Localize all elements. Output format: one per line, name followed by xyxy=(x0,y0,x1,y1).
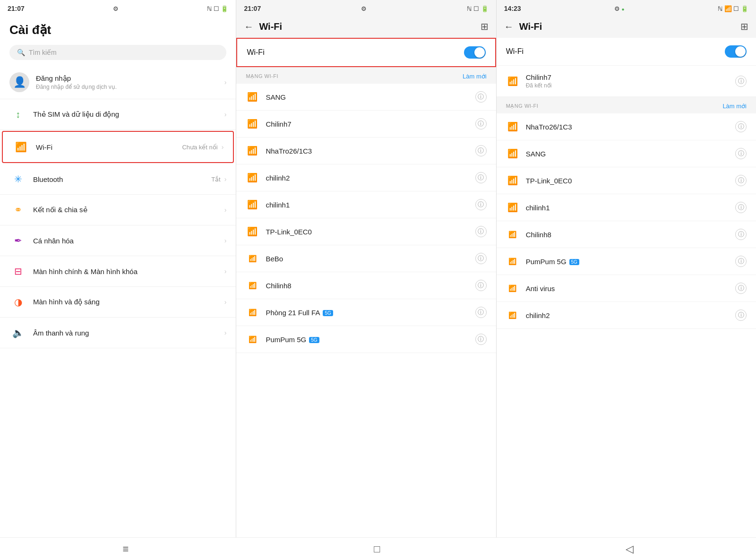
wifi-network-name: Chilinh8 xyxy=(266,282,475,290)
personal-label: Cá nhân hóa xyxy=(33,237,224,245)
nav-back-icon[interactable]: ◁ xyxy=(626,543,634,555)
info-button[interactable]: ⓘ xyxy=(735,256,747,267)
wifi-list-3: 📶 NhaTro26/1C3 ⓘ 📶 SANG ⓘ 📶 TP-Link_0EC0… xyxy=(497,113,756,560)
wifi-signal-icon: 📶 xyxy=(506,174,519,187)
info-button[interactable]: ⓘ xyxy=(475,307,487,318)
menu-item-sound[interactable]: 🔈 Âm thanh và rung › xyxy=(0,318,236,348)
status-bar-1: 21:07 ⚙ ℕ ☐ 🔋 xyxy=(0,0,236,15)
info-button[interactable]: ⓘ xyxy=(735,121,747,132)
wifi-item[interactable]: 📶 PumPum 5G5G ⓘ xyxy=(236,326,496,353)
bt-text: Bluetooth xyxy=(33,175,211,183)
menu-item-wifi[interactable]: 📶 Wi-Fi Chưa kết nối › xyxy=(2,131,234,163)
chevron-icon: › xyxy=(224,267,227,275)
wifi-item[interactable]: 📶 BeBo ⓘ xyxy=(236,245,496,272)
page-header-2: ← Wi-Fi ⊞ xyxy=(236,15,496,38)
time-1: 21:07 xyxy=(8,5,25,12)
info-button[interactable]: ⓘ xyxy=(475,226,487,237)
display-label: Màn hình và độ sáng xyxy=(33,298,224,306)
scan-icon-3[interactable]: ⊞ xyxy=(740,21,748,32)
sound-text: Âm thanh và rung xyxy=(33,329,224,337)
wifi-status: Chưa kết nối xyxy=(182,144,217,151)
wifi-item[interactable]: 📶 TP-Link_0EC0 ⓘ xyxy=(236,218,496,245)
wifi-toggle-label-2: Wi-Fi xyxy=(247,48,464,57)
login-item[interactable]: 👤 Đăng nhập Đăng nhập để sử dụng dịch vụ… xyxy=(0,66,236,99)
info-button[interactable]: ⓘ xyxy=(475,253,487,264)
section-title-2: MẠNG WI-FI xyxy=(246,73,278,79)
wifi-signal-icon: 📶 xyxy=(506,282,519,295)
menu-item-personal[interactable]: ✒ Cá nhân hóa › xyxy=(0,225,236,256)
menu-item-display[interactable]: ◑ Màn hình và độ sáng › xyxy=(0,287,236,318)
wifi-item[interactable]: 📶 SANG ⓘ xyxy=(497,140,756,167)
info-button[interactable]: ⓘ xyxy=(475,118,487,129)
menu-item-bt[interactable]: ✳ Bluetooth Tắt › xyxy=(0,164,236,195)
bluetooth-icon: ✳ xyxy=(9,171,26,188)
back-button-3[interactable]: ← xyxy=(504,21,514,32)
wifi-item[interactable]: 📶 Chilinh7 ⓘ xyxy=(236,111,496,138)
wifi-item[interactable]: 📶 NhaTro26/1C3 ⓘ xyxy=(497,113,756,140)
page-title-settings: Cài đặt xyxy=(0,15,236,41)
wifi-list-2: 📶 SANG ⓘ 📶 Chilinh7 ⓘ 📶 NhaTro26/1C3 ⓘ 📶… xyxy=(236,84,496,560)
wifi-item[interactable]: 📶 NhaTro26/1C3 ⓘ xyxy=(236,138,496,164)
nav-home-icon[interactable]: □ xyxy=(374,543,380,555)
wifi-network-name: chilinh2 xyxy=(526,311,735,319)
wifi-item[interactable]: 📶 Chilinh8 ⓘ xyxy=(236,272,496,299)
wifi-toggle-switch-3[interactable] xyxy=(725,45,747,58)
wifi-signal-icon: 📶 xyxy=(246,90,259,103)
back-button-2[interactable]: ← xyxy=(244,21,253,32)
info-button[interactable]: ⓘ xyxy=(475,199,487,210)
info-button[interactable]: ⓘ xyxy=(735,202,747,213)
info-button[interactable]: ⓘ xyxy=(475,280,487,291)
wifi-item[interactable]: 📶 Anti virus ⓘ xyxy=(497,275,756,302)
info-button[interactable]: ⓘ xyxy=(735,175,747,186)
wifi-item[interactable]: 📶 TP-Link_0EC0 ⓘ xyxy=(497,167,756,194)
wifi-item[interactable]: 📶 Phòng 21 Full FA5G ⓘ xyxy=(236,299,496,326)
wifi-item[interactable]: 📶 chilinh2 ⓘ xyxy=(497,302,756,329)
sound-icon: 🔈 xyxy=(9,324,26,341)
wifi-item[interactable]: 📶 PumPum 5G5G ⓘ xyxy=(497,248,756,275)
status-icons-3: ℕ 📶 ☐ 🔋 xyxy=(718,5,748,12)
info-button[interactable]: ⓘ xyxy=(475,172,487,183)
chevron-icon: › xyxy=(224,78,227,86)
info-button[interactable]: ⓘ xyxy=(475,334,487,345)
wifi-network-name: NhaTro26/1C3 xyxy=(526,123,735,131)
info-button[interactable]: ⓘ xyxy=(475,91,487,103)
info-button[interactable]: ⓘ xyxy=(735,283,747,294)
badge-5g: 5G xyxy=(323,310,333,316)
wifi-item[interactable]: 📶 Chilinh8 ⓘ xyxy=(497,221,756,248)
info-button[interactable]: ⓘ xyxy=(475,145,487,156)
chevron-icon: › xyxy=(224,237,227,244)
wifi-signal-icon: 📶 xyxy=(246,198,259,211)
wifi-item[interactable]: 📶 SANG ⓘ xyxy=(236,84,496,111)
search-bar[interactable]: 🔍 Tìm kiếm xyxy=(9,45,226,60)
menu-item-conn[interactable]: ⚭ Kết nối & chia sẻ › xyxy=(0,195,236,225)
connected-wifi-text: Chilinh7 Đã kết nối xyxy=(526,73,735,89)
wifi-network-name: SANG xyxy=(526,150,735,158)
scan-icon-2[interactable]: ⊞ xyxy=(481,21,489,32)
info-button[interactable]: ⓘ xyxy=(735,229,747,240)
wifi-network-name: Anti virus xyxy=(526,284,735,293)
wifi-network-name: PumPum 5G5G xyxy=(526,258,735,266)
wifi-item[interactable]: 📶 chilinh1 ⓘ xyxy=(236,191,496,218)
sound-label: Âm thanh và rung xyxy=(33,329,224,337)
search-icon: 🔍 xyxy=(17,49,25,56)
wifi-item[interactable]: 📶 chilinh1 ⓘ xyxy=(497,194,756,221)
wifi-toggle-switch-2[interactable] xyxy=(464,46,486,59)
chevron-icon: › xyxy=(224,111,227,118)
wifi-signal-icon: 📶 xyxy=(506,309,519,322)
menu-item-sim[interactable]: ↕ Thẻ SIM và dữ liệu di động › xyxy=(0,99,236,130)
refresh-button-2[interactable]: Làm mới xyxy=(463,73,487,80)
wifi-panel-right: 14:23 ⚙ ● ℕ 📶 ☐ 🔋 ← Wi-Fi ⊞ Wi-Fi 📶 Chil… xyxy=(497,0,756,560)
refresh-button-3[interactable]: Làm mới xyxy=(722,103,747,110)
info-button[interactable]: ⓘ xyxy=(735,148,747,159)
info-button[interactable]: ⓘ xyxy=(735,310,747,321)
nav-menu-icon[interactable]: ≡ xyxy=(122,543,129,555)
menu-item-screen2[interactable]: ⊟ Màn hình chính & Màn hình khóa › xyxy=(0,256,236,287)
connected-wifi-icon: 📶 xyxy=(506,75,519,88)
wifi-panel-middle: 21:07 ⚙ ℕ ☐ 🔋 ← Wi-Fi ⊞ Wi-Fi MẠNG WI-FI… xyxy=(236,0,496,560)
wifi-item[interactable]: 📶 chilinh2 ⓘ xyxy=(236,164,496,191)
connected-wifi-item[interactable]: 📶 Chilinh7 Đã kết nối ⓘ xyxy=(497,66,756,97)
bt-status: Tắt xyxy=(211,176,221,183)
info-button[interactable]: ⓘ xyxy=(735,76,747,87)
wifi-connected-section: Wi-Fi 📶 Chilinh7 Đã kết nối ⓘ xyxy=(497,38,756,97)
connected-wifi-name: Chilinh7 xyxy=(526,73,735,81)
